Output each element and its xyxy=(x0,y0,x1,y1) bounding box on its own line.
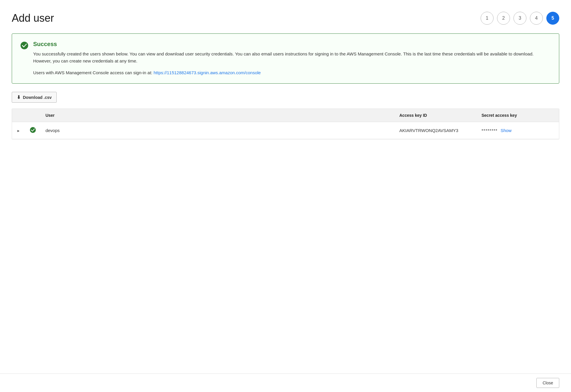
download-csv-button[interactable]: ⬇ Download .csv xyxy=(12,92,57,103)
table-wrapper: User Access key ID Secret access key ► xyxy=(12,109,559,139)
success-description: You successfully created the users shown… xyxy=(33,50,551,65)
step-3: 3 xyxy=(513,12,526,25)
row-user-name: devops xyxy=(41,122,395,139)
header: Add user 1 2 3 4 5 xyxy=(12,12,559,25)
row-expand-cell: ► xyxy=(12,122,25,139)
col-header-expand xyxy=(12,109,25,122)
secret-masked-value: ******** xyxy=(482,128,498,133)
users-table: User Access key ID Secret access key ► xyxy=(12,109,559,139)
page-container: Add user 1 2 3 4 5 Success You successfu… xyxy=(0,0,571,169)
col-header-access-key-id: Access key ID xyxy=(395,109,477,122)
signin-prefix: Users with AWS Management Console access… xyxy=(33,70,153,75)
download-csv-label: Download .csv xyxy=(23,95,52,100)
success-content: Success You successfully created the use… xyxy=(33,41,551,76)
svg-point-1 xyxy=(30,127,36,133)
col-header-secret-access-key: Secret access key xyxy=(477,109,559,122)
row-success-icon xyxy=(30,127,36,133)
table-header-row: User Access key ID Secret access key xyxy=(12,109,559,122)
footer: Close xyxy=(0,374,571,392)
success-check-icon xyxy=(20,41,28,50)
svg-point-0 xyxy=(21,42,28,49)
show-secret-link[interactable]: Show xyxy=(501,128,512,133)
success-title: Success xyxy=(33,41,551,48)
table-row: ► devops AKIARVTRWONQ2AVSAMY3 ******** S… xyxy=(12,122,559,139)
col-header-user: User xyxy=(41,109,395,122)
page-title: Add user xyxy=(12,12,54,24)
step-1: 1 xyxy=(481,12,494,25)
table-header: User Access key ID Secret access key xyxy=(12,109,559,122)
step-4: 4 xyxy=(530,12,543,25)
download-section: ⬇ Download .csv xyxy=(12,92,559,103)
row-access-key-id: AKIARVTRWONQ2AVSAMY3 xyxy=(395,122,477,139)
expand-row-arrow[interactable]: ► xyxy=(17,129,20,133)
row-secret-access-key: ******** Show xyxy=(477,122,559,139)
success-banner: Success You successfully created the use… xyxy=(12,33,559,84)
step-5: 5 xyxy=(546,12,559,25)
close-button[interactable]: Close xyxy=(536,378,559,388)
download-icon: ⬇ xyxy=(17,94,21,100)
signin-link[interactable]: https://115128824673.signin.aws.amazon.c… xyxy=(153,70,261,75)
col-header-status xyxy=(25,109,41,122)
row-status-cell xyxy=(25,122,41,139)
table-body: ► devops AKIARVTRWONQ2AVSAMY3 ******** S… xyxy=(12,122,559,139)
step-2: 2 xyxy=(497,12,510,25)
success-link-row: Users with AWS Management Console access… xyxy=(33,69,551,76)
step-indicators: 1 2 3 4 5 xyxy=(481,12,559,25)
